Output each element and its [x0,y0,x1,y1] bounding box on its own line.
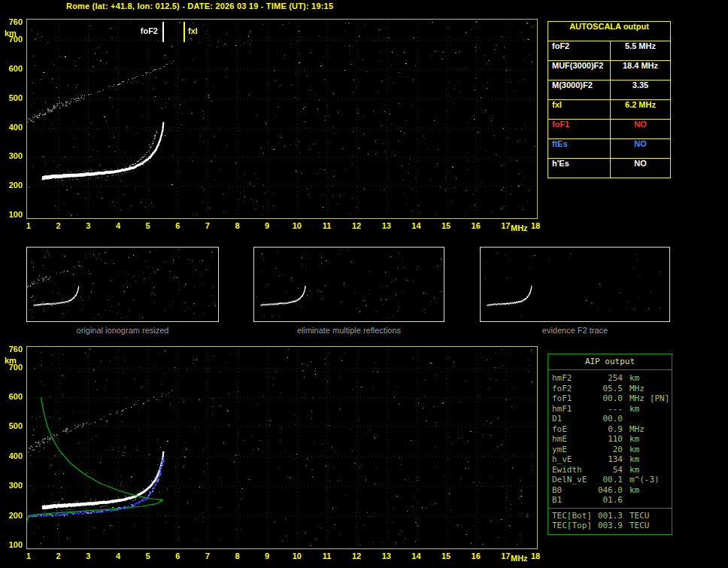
y-axis-tick-label: 300 [3,481,23,490]
aip-row: B101.6 [548,495,672,506]
aip-param-value: 05.5 [596,384,623,394]
autoscala-param-label: MUF(3000)F2 [548,61,611,80]
y-axis-tick-label: 760 [3,345,23,354]
y-axis-tick-label: 200 [3,181,23,190]
autoscala-param-label: foF2 [548,41,611,60]
thumbnail-caption-2: eliminate multiple reflections [253,326,444,335]
aip-param-unit [623,414,629,424]
x-axis-tick-label: 3 [80,221,96,230]
aip-param-value: 110 [596,434,623,445]
x-axis-tick-label: 14 [408,221,424,230]
x-axis-tick-label: 18 [527,551,544,560]
aip-row: foF205.5MHz [548,384,672,394]
x-axis-tick-label: 6 [169,551,186,560]
aip-row: hmE110km [548,434,672,445]
aip-row: hmF2254km [548,373,672,384]
thumbnail-original-canvas [27,248,218,321]
autoscala-row: fxI6.2 MHz [548,100,670,120]
aip-param-unit: MHz [623,393,645,404]
x-axis-tick-label: 4 [110,221,126,230]
autoscala-output-table: AUTOSCALA output foF25.5 MHzMUF(3000)F21… [548,21,671,178]
aip-row: Ewidth54km [548,465,672,475]
x-axis-tick-label: 9 [259,551,275,560]
aip-param-value: 254 [596,373,623,384]
aip-param-label: hmF2 [548,373,596,384]
x-axis-tick-label: 14 [408,551,424,560]
x-axis-tick-label: 13 [378,221,395,230]
x-axis-tick-label: 6 [169,221,186,230]
aip-param-label: foF1 [548,393,596,404]
x-axis-tick-label: 2 [50,221,67,230]
y-axis-tick-label: 200 [3,511,23,520]
aip-param-label: hmF1 [548,404,596,415]
x-axis-tick-label: 11 [318,221,335,230]
autoscala-param-value: NO [611,159,670,178]
aip-param-note: [PN] [645,393,670,404]
aip-table-rows: hmF2254kmfoF205.5MHzfoF100.0MHz[PN]hmF1-… [548,370,672,508]
top-ionogram-canvas [27,20,537,218]
y-axis-tick-label: 300 [3,151,23,160]
y-axis-tick-label: 700 [3,35,23,44]
autoscala-param-value: 18.4 MHz [611,61,670,80]
aip-tec-row: TEC[Top]003.9TECU [548,521,672,531]
aip-param-unit: km [623,485,639,496]
bottom-ionogram-plot [26,346,538,549]
y-axis-tick-label: 500 [3,421,23,430]
thumbnail-caption-1: original ionogram resized [26,326,219,335]
x-axis-tick-label: 16 [468,551,484,560]
fxI-marker-label: fxI [188,26,198,35]
x-axis-tick-label: 9 [259,221,275,230]
aip-tec-unit: TECU [623,511,650,521]
autoscala-param-label: M(3000)F2 [548,80,611,99]
aip-tec-label: TEC[Top] [548,521,596,531]
aip-output-table: AIP output hmF2254kmfoF205.5MHzfoF100.0M… [548,354,672,535]
aip-param-label: D1 [548,414,596,424]
x-axis-tick-label: 10 [289,551,305,560]
x-axis-tick-label: 3 [80,551,96,560]
aip-param-value: 134 [596,454,623,465]
y-axis-tick-label: 760 [3,17,23,26]
aip-param-unit: km [623,445,639,455]
autoscala-row: MUF(3000)F218.4 MHz [548,61,670,80]
aip-row: DelN_vE00.1m^(-3) [548,475,672,485]
x-axis-tick-label: 15 [438,551,454,560]
thumbnail-eliminate-reflections [253,247,444,322]
autoscala-table-title: AUTOSCALA output [548,22,670,41]
y-axis-tick-label: 500 [3,93,23,102]
bottom-ionogram-canvas [27,347,537,548]
y-axis-tick-label: 700 [3,363,23,372]
aip-param-unit [623,495,629,506]
thumbnail-eliminate-canvas [254,248,444,321]
autoscala-param-value: 6.2 MHz [611,100,670,119]
aip-param-unit: km [623,373,639,384]
x-axis-tick-label: 1 [20,221,37,230]
autoscala-param-value: NO [611,139,670,158]
autoscala-param-value: 3.35 [611,80,670,99]
autoscala-row: foF25.5 MHz [548,41,670,61]
aip-param-unit: m^(-3) [623,475,660,485]
thumbnail-evidence-canvas [481,248,669,321]
x-axis-tick-label: 17 [497,221,514,230]
autoscala-table-rows: foF25.5 MHzMUF(3000)F218.4 MHzM(3000)F23… [548,41,670,178]
x-axis-tick-label: 8 [229,221,246,230]
x-axis-tick-label: 12 [348,221,365,230]
x-axis-tick-label: 17 [497,551,514,560]
aip-param-unit: km [623,454,639,465]
aip-row: h_vE134km [548,454,672,465]
aip-table-title: AIP output [548,354,672,370]
autoscala-param-label: foF1 [548,120,611,138]
foF2-marker-line [162,22,164,42]
x-axis-tick-label: 7 [199,551,216,560]
aip-tec-row: TEC[Bot]001.3TECU [548,511,672,521]
aip-param-label: B1 [548,495,596,506]
aip-row: foF100.0MHz[PN] [548,393,672,404]
aip-param-value: 00.0 [596,393,623,404]
x-axis-tick-label: 16 [468,221,484,230]
thumbnail-original-ionogram [26,247,219,322]
autoscala-param-value: NO [611,120,670,138]
y-axis-tick-label: 600 [3,64,23,73]
thumbnail-caption-3: evidence F2 trace [480,326,670,335]
aip-param-value: 20 [596,445,623,455]
foF2-marker-label: foF2 [129,26,158,35]
aip-tec-label: TEC[Bot] [548,511,596,521]
